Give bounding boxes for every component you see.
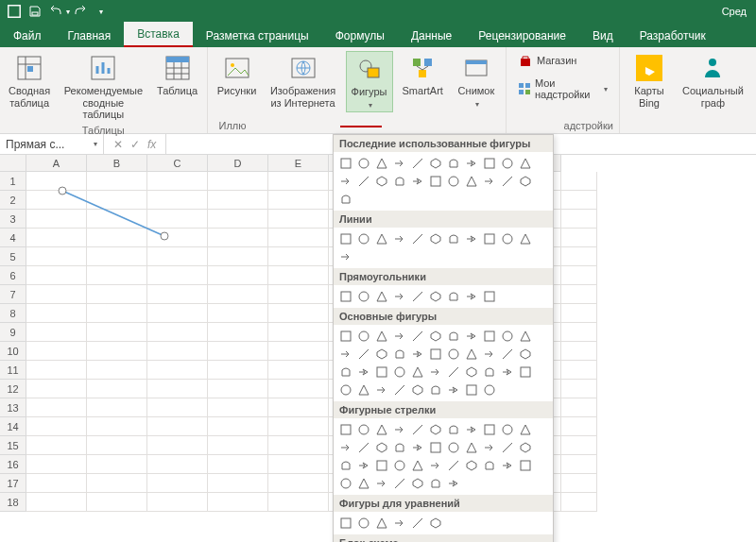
shape-option[interactable] (409, 364, 426, 381)
pivot-table-button[interactable]: Сводная таблица (6, 51, 53, 110)
shape-option[interactable] (499, 439, 516, 456)
shape-option[interactable] (427, 457, 444, 474)
shape-option[interactable] (409, 457, 426, 474)
shape-option[interactable] (391, 364, 408, 381)
cell[interactable] (147, 247, 208, 266)
cell[interactable] (561, 380, 597, 398)
row-header[interactable]: 10 (0, 342, 26, 361)
row-header[interactable]: 13 (0, 398, 26, 417)
cell[interactable] (208, 172, 268, 191)
cancel-icon[interactable]: ✕ (113, 138, 123, 151)
shape-option[interactable] (391, 457, 408, 474)
shape-option[interactable] (427, 173, 444, 190)
cell[interactable] (561, 285, 597, 304)
smartart-button[interactable]: SmartArt (399, 51, 447, 99)
enter-icon[interactable]: ✓ (130, 138, 140, 151)
shape-option[interactable] (355, 457, 372, 474)
shape-option[interactable] (391, 288, 408, 305)
shape-option[interactable] (391, 230, 408, 247)
shape-option[interactable] (427, 475, 444, 492)
shape-option[interactable] (409, 381, 426, 398)
shape-option[interactable] (499, 155, 516, 172)
shape-option[interactable] (481, 346, 498, 363)
cell[interactable] (268, 493, 329, 512)
cell[interactable] (208, 266, 268, 285)
cell[interactable] (147, 323, 208, 342)
cell[interactable] (561, 172, 597, 191)
cell[interactable] (268, 172, 329, 191)
row-header[interactable]: 1 (0, 172, 26, 191)
cell[interactable] (208, 398, 268, 417)
cell[interactable] (26, 247, 87, 266)
shape-option[interactable] (355, 381, 372, 398)
cell[interactable] (561, 266, 597, 285)
tab-insert[interactable]: Вставка (124, 22, 193, 47)
shape-option[interactable] (427, 230, 444, 247)
cell[interactable] (147, 304, 208, 323)
shape-option[interactable] (409, 230, 426, 247)
cell[interactable] (561, 247, 597, 266)
cell[interactable] (561, 361, 597, 380)
cell[interactable] (147, 455, 208, 474)
cell[interactable] (268, 247, 329, 266)
cell[interactable] (87, 210, 147, 229)
cell[interactable] (26, 380, 87, 398)
cell[interactable] (87, 191, 147, 210)
cell[interactable] (87, 361, 147, 380)
shape-option[interactable] (481, 328, 498, 345)
shape-option[interactable] (337, 191, 354, 208)
row-header[interactable]: 17 (0, 474, 26, 493)
cell[interactable] (87, 436, 147, 455)
cell[interactable] (268, 229, 329, 247)
shape-option[interactable] (373, 346, 390, 363)
shape-option[interactable] (373, 155, 390, 172)
cell[interactable] (561, 455, 597, 474)
cell[interactable] (268, 455, 329, 474)
cell[interactable] (26, 361, 87, 380)
shape-option[interactable] (463, 230, 480, 247)
shape-option[interactable] (463, 328, 480, 345)
name-box-dropdown-icon[interactable]: ▾ (94, 140, 97, 148)
cell[interactable] (208, 285, 268, 304)
pictures-button[interactable]: Рисунки (214, 51, 261, 99)
cell[interactable] (268, 342, 329, 361)
tab-page-layout[interactable]: Разметка страницы (193, 24, 322, 47)
shape-option[interactable] (355, 421, 372, 438)
cell[interactable] (147, 380, 208, 398)
cell[interactable] (268, 191, 329, 210)
shape-option[interactable] (517, 155, 534, 172)
cell[interactable] (26, 304, 87, 323)
tab-view[interactable]: Вид (579, 24, 627, 47)
cell[interactable] (26, 474, 87, 493)
cell[interactable] (208, 417, 268, 436)
cell[interactable] (561, 436, 597, 455)
cell[interactable] (268, 417, 329, 436)
shape-option[interactable] (427, 155, 444, 172)
undo-icon[interactable] (45, 2, 66, 21)
shape-option[interactable] (463, 173, 480, 190)
row-header[interactable]: 9 (0, 323, 26, 342)
cell[interactable] (87, 417, 147, 436)
row-header[interactable]: 18 (0, 493, 26, 512)
redo-icon[interactable] (70, 2, 91, 21)
shape-option[interactable] (373, 475, 390, 492)
tab-file[interactable]: Файл (0, 24, 55, 47)
shape-option[interactable] (391, 515, 408, 532)
cell[interactable] (561, 493, 597, 512)
bing-maps-button[interactable]: Карты Bing (626, 51, 673, 110)
shape-option[interactable] (517, 346, 534, 363)
shape-option[interactable] (463, 381, 480, 398)
shape-option[interactable] (355, 439, 372, 456)
row-header[interactable]: 15 (0, 436, 26, 455)
shape-option[interactable] (355, 155, 372, 172)
shape-option[interactable] (355, 515, 372, 532)
name-box[interactable]: Прямая с... ▾ (0, 134, 104, 154)
shape-option[interactable] (517, 364, 534, 381)
cell[interactable] (26, 229, 87, 247)
cell[interactable] (208, 474, 268, 493)
cell[interactable] (208, 493, 268, 512)
shape-option[interactable] (517, 457, 534, 474)
cell[interactable] (87, 342, 147, 361)
cell[interactable] (26, 266, 87, 285)
cell[interactable] (26, 436, 87, 455)
